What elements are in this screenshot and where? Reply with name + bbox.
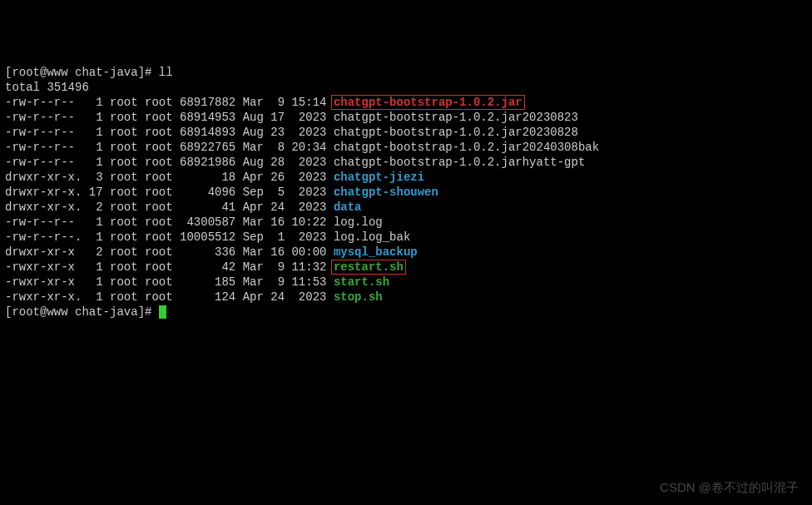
- file-entry: -rw-r--r--. 1 root root 10005512 Sep 1 2…: [5, 230, 807, 245]
- file-meta: -rw-r--r-- 1 root root 68917882 Mar 9 15…: [5, 96, 334, 109]
- file-name: mysql_backup: [334, 245, 418, 259]
- file-name: chatgpt-shouwen: [334, 186, 438, 199]
- total-line: total 351496: [5, 80, 807, 95]
- file-meta: -rw-r--r-- 1 root root 68921986 Aug 28 2…: [5, 156, 334, 169]
- file-meta: drwxr-xr-x. 17 root root 4096 Sep 5 2023: [5, 186, 334, 199]
- file-entry: drwxr-xr-x 2 root root 336 Mar 16 00:00 …: [5, 245, 807, 260]
- file-name: chatgpt-bootstrap-1.0.2.jar20240308bak: [334, 141, 599, 154]
- file-meta: -rwxr-xr-x 1 root root 42 Mar 9 11:32: [5, 260, 334, 274]
- file-meta: -rwxr-xr-x 1 root root 185 Mar 9 11:53: [5, 275, 334, 289]
- file-name: log.log_bak: [334, 230, 410, 244]
- file-entry: -rw-r--r-- 1 root root 68914893 Aug 23 2…: [5, 125, 807, 140]
- file-meta: drwxr-xr-x 2 root root 336 Mar 16 00:00: [5, 245, 334, 259]
- file-meta: -rw-r--r-- 1 root root 68922765 Mar 8 20…: [5, 141, 334, 154]
- file-meta: -rwxr-xr-x. 1 root root 124 Apr 24 2023: [5, 290, 334, 304]
- watermark-text: CSDN @卷不过的叫混子: [660, 480, 799, 495]
- file-name: chatgpt-bootstrap-1.0.2.jar: [331, 95, 525, 110]
- file-meta: -rw-r--r-- 1 root root 4300587 Mar 16 10…: [5, 215, 334, 229]
- terminal-output[interactable]: [root@www chat-java]# lltotal 351496-rw-…: [5, 65, 807, 319]
- file-entry: -rw-r--r-- 1 root root 68922765 Mar 8 20…: [5, 140, 807, 155]
- file-entry: -rw-r--r-- 1 root root 68914953 Aug 17 2…: [5, 110, 807, 125]
- file-meta: -rw-r--r--. 1 root root 10005512 Sep 1 2…: [5, 230, 334, 244]
- file-name: log.log: [334, 215, 383, 229]
- file-entry: drwxr-xr-x. 2 root root 41 Apr 24 2023 d…: [5, 200, 807, 215]
- file-meta: -rw-r--r-- 1 root root 68914953 Aug 17 2…: [5, 111, 334, 124]
- cursor-icon: [159, 305, 166, 319]
- file-meta: -rw-r--r-- 1 root root 68914893 Aug 23 2…: [5, 126, 334, 139]
- file-name: data: [334, 201, 362, 214]
- file-entry: -rw-r--r-- 1 root root 68921986 Aug 28 2…: [5, 155, 807, 170]
- file-entry: drwxr-xr-x. 3 root root 18 Apr 26 2023 c…: [5, 170, 807, 185]
- file-entry: -rwxr-xr-x 1 root root 42 Mar 9 11:32 re…: [5, 260, 807, 275]
- file-name: start.sh: [334, 275, 389, 289]
- file-entry: -rwxr-xr-x. 1 root root 124 Apr 24 2023 …: [5, 290, 807, 304]
- file-name: restart.sh: [331, 260, 406, 275]
- shell-prompt: [root@www chat-java]#: [5, 66, 159, 79]
- file-name: chatgpt-bootstrap-1.0.2.jar20230823: [334, 111, 578, 124]
- file-name: chatgpt-jiezi: [334, 171, 424, 184]
- shell-prompt: [root@www chat-java]#: [5, 305, 159, 319]
- command-text: ll: [159, 66, 173, 79]
- file-meta: drwxr-xr-x. 2 root root 41 Apr 24 2023: [5, 201, 334, 214]
- prompt-line[interactable]: [root@www chat-java]#: [5, 304, 807, 319]
- file-name: chatgpt-bootstrap-1.0.2.jarhyatt-gpt: [334, 156, 585, 169]
- prompt-line: [root@www chat-java]# ll: [5, 65, 807, 80]
- file-entry: drwxr-xr-x. 17 root root 4096 Sep 5 2023…: [5, 185, 807, 200]
- file-name: chatgpt-bootstrap-1.0.2.jar20230828: [334, 126, 578, 139]
- file-entry: -rwxr-xr-x 1 root root 185 Mar 9 11:53 s…: [5, 275, 807, 290]
- file-name: stop.sh: [334, 290, 383, 304]
- file-meta: drwxr-xr-x. 3 root root 18 Apr 26 2023: [5, 171, 334, 184]
- file-entry: -rw-r--r-- 1 root root 4300587 Mar 16 10…: [5, 215, 807, 230]
- file-entry: -rw-r--r-- 1 root root 68917882 Mar 9 15…: [5, 95, 807, 110]
